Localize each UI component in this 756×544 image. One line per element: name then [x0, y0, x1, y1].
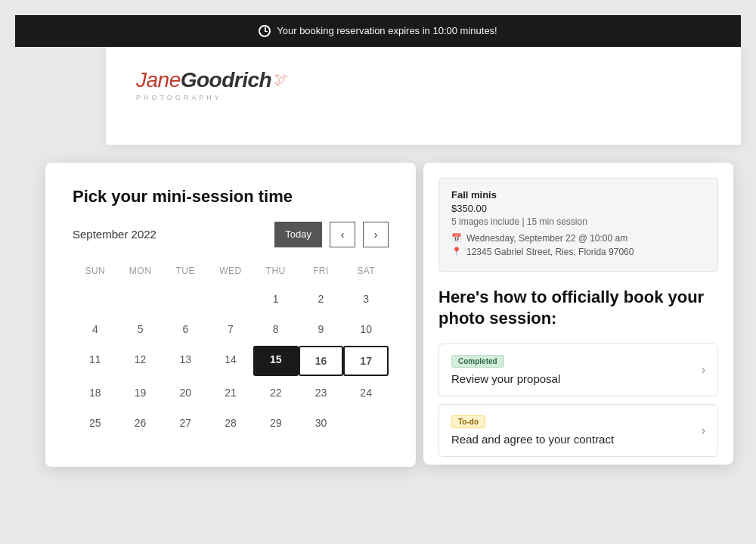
day-header-thu: THU [253, 263, 299, 279]
calendar-day-4[interactable]: 4 [73, 316, 118, 343]
booking-includes: 5 images include | 15 min session [451, 216, 705, 227]
calendar-day-10[interactable]: 10 [343, 316, 389, 343]
calendar-day-20[interactable]: 20 [163, 379, 208, 406]
day-header-fri: FRI [299, 263, 344, 279]
calendar-week-1: 123 [73, 285, 389, 312]
prev-month-button[interactable]: ‹ [330, 222, 355, 247]
calendar-body: 1234567891011121314151617181920212223242… [73, 285, 389, 437]
badge-todo: To-do [451, 415, 485, 428]
calendar-day-14[interactable]: 14 [208, 346, 253, 376]
calendar-day-29[interactable]: 29 [253, 409, 299, 437]
location-icon: 📍 [451, 247, 462, 256]
calendar-day-26[interactable]: 26 [118, 409, 163, 437]
calendar-day-24[interactable]: 24 [343, 379, 389, 406]
next-month-button[interactable]: › [363, 222, 389, 247]
step-read-contract[interactable]: To-do Read and agree to your contract › [438, 404, 718, 457]
calendar-day-13[interactable]: 13 [163, 346, 208, 376]
day-header-mon: MON [118, 263, 163, 279]
calendar-day-8[interactable]: 8 [253, 316, 299, 343]
calendar-icon: 📅 [451, 233, 462, 243]
banner-text: Your booking reservation expires in 10:0… [277, 25, 497, 36]
step-left-review: Completed Review your proposal [451, 355, 560, 385]
calendar-week-4: 18192021222324 [73, 379, 389, 406]
clock-icon [259, 25, 271, 37]
calendar-day-22[interactable]: 22 [253, 379, 299, 406]
calendar-day-30[interactable]: 30 [299, 409, 344, 437]
calendar-empty-cell [208, 285, 253, 312]
calendar-empty-cell [118, 285, 163, 312]
calendar-day-25[interactable]: 25 [73, 409, 118, 437]
step-left-contract: To-do Read and agree to your contract [451, 415, 614, 446]
chevron-review-icon: › [702, 363, 705, 377]
day-header-wed: WED [208, 263, 253, 279]
calendar-week-2: 45678910 [73, 316, 389, 343]
step-review-proposal[interactable]: Completed Review your proposal › [438, 343, 718, 396]
logo-jane: Jane [136, 68, 181, 92]
calendar-empty-cell [163, 285, 208, 312]
day-header-sun: SUN [73, 263, 118, 279]
calendar-week-3: 11121314151617 [73, 346, 389, 376]
how-to-book-heading: Here's how to officially book your photo… [438, 287, 718, 330]
day-header-sat: SAT [343, 263, 389, 279]
booking-date-detail: 📅 Wednesday, September 22 @ 10:00 am [451, 233, 705, 244]
bird-icon: 🕊 [274, 72, 288, 88]
calendar-day-17[interactable]: 17 [343, 346, 389, 376]
calendar-day-12[interactable]: 12 [118, 346, 163, 376]
month-label: September 2022 [73, 228, 267, 241]
calendar-grid: SUN MON TUE WED THU FRI SAT 123456789101… [73, 263, 389, 437]
logo-photography: PHOTOGRAPHY [136, 94, 711, 101]
calendar-day-1[interactable]: 1 [253, 285, 299, 312]
calendar-day-3[interactable]: 3 [343, 285, 389, 312]
logo: JaneGoodrich [136, 68, 271, 92]
booking-price: $350.00 [451, 203, 705, 214]
calendar-day-5[interactable]: 5 [118, 316, 163, 343]
calendar-day-23[interactable]: 23 [299, 379, 344, 406]
booking-date: Wednesday, September 22 @ 10:00 am [466, 233, 627, 244]
right-panel-card: Fall minis $350.00 5 images include | 15… [423, 163, 733, 465]
day-header-tue: TUE [163, 263, 208, 279]
calendar-day-19[interactable]: 19 [118, 379, 163, 406]
booking-name: Fall minis [451, 189, 705, 201]
calendar-nav: September 2022 Today ‹ › [73, 222, 389, 247]
calendar-card: Pick your mini-session time September 20… [45, 163, 416, 467]
calendar-day-2[interactable]: 2 [299, 285, 344, 312]
calendar-day-15[interactable]: 15 [253, 346, 299, 376]
calendar-day-18[interactable]: 18 [73, 379, 118, 406]
calendar-empty-cell [343, 409, 389, 437]
booking-location: 12345 Gabriel Street, Ries, Florida 9706… [466, 247, 634, 257]
calendar-day-9[interactable]: 9 [299, 316, 344, 343]
calendar-week-5: 252627282930 [73, 409, 389, 437]
booking-timer-banner: Your booking reservation expires in 10:0… [15, 15, 741, 47]
how-to-book-section: Here's how to officially book your photo… [423, 272, 733, 457]
calendar-empty-cell [73, 285, 118, 312]
chevron-contract-icon: › [702, 424, 705, 437]
calendar-day-7[interactable]: 7 [208, 316, 253, 343]
today-button[interactable]: Today [274, 222, 322, 247]
calendar-day-16[interactable]: 16 [299, 346, 344, 376]
header-card: JaneGoodrich 🕊 PHOTOGRAPHY [106, 47, 741, 145]
logo-goodrich: Goodrich [181, 68, 271, 92]
calendar-day-28[interactable]: 28 [208, 409, 253, 437]
booking-location-detail: 📍 12345 Gabriel Street, Ries, Florida 97… [451, 247, 705, 257]
calendar-day-27[interactable]: 27 [163, 409, 208, 437]
calendar-day-21[interactable]: 21 [208, 379, 253, 406]
calendar-header-row: SUN MON TUE WED THU FRI SAT [73, 263, 389, 279]
calendar-day-11[interactable]: 11 [73, 346, 118, 376]
logo-area: JaneGoodrich 🕊 PHOTOGRAPHY [106, 47, 741, 123]
step-title-contract: Read and agree to your contract [451, 433, 614, 446]
badge-completed: Completed [451, 355, 504, 368]
step-title-review: Review your proposal [451, 372, 560, 385]
booking-summary: Fall minis $350.00 5 images include | 15… [438, 178, 718, 272]
calendar-title: Pick your mini-session time [73, 187, 389, 207]
calendar-day-6[interactable]: 6 [163, 316, 208, 343]
